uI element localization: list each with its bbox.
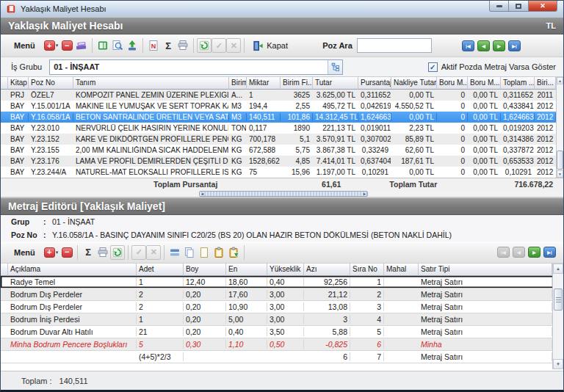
- cell-azi[interactable]: 13,08: [304, 302, 350, 311]
- print-button[interactable]: [176, 37, 190, 54]
- pozbook-button[interactable]: [95, 37, 110, 54]
- col-nakliye[interactable]: Nakliye Tutarı: [391, 77, 437, 90]
- cell-adet[interactable]: 2: [137, 302, 184, 311]
- cell-sirano[interactable]: 3: [350, 302, 384, 311]
- maximize-button[interactable]: [509, 1, 528, 12]
- metraj-delete-button[interactable]: −: [59, 244, 74, 261]
- scroll-down-icon[interactable]: ▼: [557, 170, 563, 178]
- cell-yukseklik[interactable]: 3,00: [267, 302, 304, 311]
- cell-sirano[interactable]: 1: [350, 277, 384, 286]
- title-bar[interactable]: Yaklaşık Maliyet Hesabı ✕: [1, 1, 563, 17]
- cell-boy[interactable]: 0,20: [184, 315, 226, 324]
- cell-satirtipi[interactable]: Metraj Satırı: [419, 315, 552, 324]
- apply-button[interactable]: ✓: [212, 38, 226, 53]
- cell-adet[interactable]: 2: [137, 290, 184, 299]
- sum-button[interactable]: Σ: [161, 37, 176, 54]
- cell-adet[interactable]: (4+5)*2/3: [137, 352, 184, 361]
- cell-adet[interactable]: 1: [137, 277, 184, 286]
- positions-vertical-scrollbar[interactable]: ▲ ▼: [556, 77, 563, 178]
- metraj-apply-button[interactable]: ✓: [131, 245, 146, 260]
- metraj-refresh-button[interactable]: [110, 245, 125, 260]
- col-miktar[interactable]: Miktar: [247, 77, 281, 90]
- cell-boy[interactable]: 0,30: [184, 340, 226, 349]
- cell-boy[interactable]: 0,20: [184, 290, 226, 299]
- table-row[interactable]: BAY Y.23.176 LAMA VE PROFİL DEMİRLERDEN …: [1, 156, 563, 167]
- col-kitap[interactable]: Kitap: [8, 77, 29, 90]
- col-yukseklik[interactable]: Yükseklik: [267, 264, 304, 276]
- cell-en[interactable]: 0,40: [226, 327, 267, 336]
- cell-boy[interactable]: 0,20: [184, 327, 226, 336]
- cell-sirano[interactable]: 7: [350, 352, 384, 361]
- table-row[interactable]: BAY Y.23.010 NERVÜRLÜ ÇELİK HASIRIN YERİ…: [1, 123, 563, 134]
- metraj-print-button[interactable]: [95, 244, 110, 261]
- cell-sirano[interactable]: 4: [350, 315, 384, 324]
- nav-first-button[interactable]: |◀: [462, 40, 474, 51]
- table-row[interactable]: Minha Bodrum Pencere Boşlukları 5 0,30 1…: [1, 338, 563, 351]
- col-tanim[interactable]: Tanım: [73, 77, 229, 90]
- cell-adet[interactable]: 21: [137, 327, 184, 336]
- cell-boy[interactable]: 12,40: [184, 277, 226, 286]
- col-en[interactable]: En: [226, 264, 267, 276]
- cell-azi[interactable]: 6: [304, 352, 350, 361]
- tree-select-button[interactable]: [328, 60, 342, 74]
- add-row-button[interactable]: + ▾: [43, 37, 60, 54]
- col-boy[interactable]: Boy: [184, 264, 226, 276]
- cell-azi[interactable]: 21,12: [304, 290, 350, 299]
- col-borum1[interactable]: Boru M...: [437, 77, 468, 90]
- col-sirano[interactable]: Sıra No: [350, 264, 384, 276]
- metraj-add-button[interactable]: + ▾: [43, 244, 60, 261]
- cell-en[interactable]: 1,10: [226, 340, 267, 349]
- is-grubu-combo[interactable]: 01 - İNŞAAT: [49, 59, 343, 75]
- nav-prev-button[interactable]: ◀: [513, 247, 525, 258]
- import-button[interactable]: [125, 37, 140, 54]
- nav-next-button[interactable]: ▶: [528, 247, 540, 258]
- col-aciklama[interactable]: Açıklama: [8, 264, 137, 276]
- table-row[interactable]: BAY Y.16.058/1A BETON SANTRALİNDE ÜRETİL…: [1, 112, 563, 123]
- table-row[interactable]: BAY Y.15.001/1A MAKİNE İLE YUMUŞAK VE SE…: [1, 101, 563, 112]
- col-adet[interactable]: Adet: [137, 264, 184, 276]
- col-birimfi[interactable]: Birim Fi...: [281, 77, 313, 90]
- nav-next-button[interactable]: ▶: [493, 40, 505, 51]
- cell-sirano[interactable]: 6: [350, 340, 384, 349]
- table-row[interactable]: BAY Y.23.244/A NATUREL-MAT ELOKSALLI PRO…: [1, 167, 563, 178]
- cell-satirtipi[interactable]: Metraj Satırı: [419, 277, 552, 286]
- cell-azi[interactable]: 92,256: [304, 277, 350, 286]
- cell-aciklama[interactable]: Minha Bodrum Pencere Boşlukları: [8, 340, 137, 349]
- table-row[interactable]: (4+5)*2/3 6 7 Metraj Satırı: [1, 351, 563, 363]
- cell-satirtipi[interactable]: Minha: [419, 340, 552, 349]
- cell-satirtipi[interactable]: Metraj Satırı: [419, 290, 552, 299]
- nav-prev-button[interactable]: ◀: [477, 40, 490, 51]
- table-row[interactable]: Bodrum Dış Perdeler 2 0,20 10,90 3,00 13…: [1, 301, 563, 313]
- cell-azi[interactable]: 3: [304, 315, 350, 324]
- metraj-filter-checkbox-group[interactable]: ✓ Aktif Pozda Metraj Varsa Göster: [428, 62, 557, 72]
- merge-button[interactable]: [167, 244, 182, 261]
- nav-last-button[interactable]: ▶|: [508, 40, 521, 51]
- col-borum2[interactable]: Boru M...: [468, 77, 501, 90]
- table-row[interactable]: BAY Y.23.152 KARE VE DİKDÖRTGEN PROFİLLE…: [1, 134, 563, 145]
- col-pursantaj[interactable]: Pursantaj: [358, 77, 391, 90]
- note-button[interactable]: N: [146, 37, 161, 54]
- metraj-sum-button[interactable]: Σ: [81, 244, 95, 261]
- table-row[interactable]: Radye Temel 1 12,40 18,60 0,40 92,256 1 …: [1, 276, 563, 288]
- cell-aciklama[interactable]: Bodrum Dış Perdeler: [8, 290, 137, 299]
- cell-adet[interactable]: 1: [137, 315, 184, 324]
- cell-en[interactable]: 5,00: [226, 315, 267, 324]
- cell-azi[interactable]: 5,88: [304, 327, 350, 336]
- copy-button[interactable]: [182, 244, 197, 261]
- preview-button[interactable]: [110, 37, 125, 54]
- refresh-button[interactable]: [197, 38, 212, 53]
- col-mahal[interactable]: Mahal: [384, 264, 419, 276]
- col-tutar[interactable]: Tutar: [313, 77, 358, 90]
- hscrollbar-thumb[interactable]: ◄ ►: [199, 191, 368, 197]
- cell-satirtipi[interactable]: Metraj Satırı: [419, 327, 552, 336]
- cell-satirtipi[interactable]: Metraj Satırı: [419, 352, 552, 361]
- col-birim[interactable]: Birim: [229, 77, 247, 90]
- cell-boy[interactable]: 0,20: [184, 302, 226, 311]
- cell-adet[interactable]: 5: [137, 340, 184, 349]
- new-page-button[interactable]: [197, 244, 212, 261]
- clipboard-button[interactable]: [212, 244, 226, 261]
- col-satirtipi[interactable]: Satır Tipi: [419, 264, 552, 276]
- kapat-button[interactable]: Kapat: [247, 38, 292, 53]
- cell-satirtipi[interactable]: Metraj Satırı: [419, 302, 552, 311]
- poz-ara-input[interactable]: [357, 38, 432, 53]
